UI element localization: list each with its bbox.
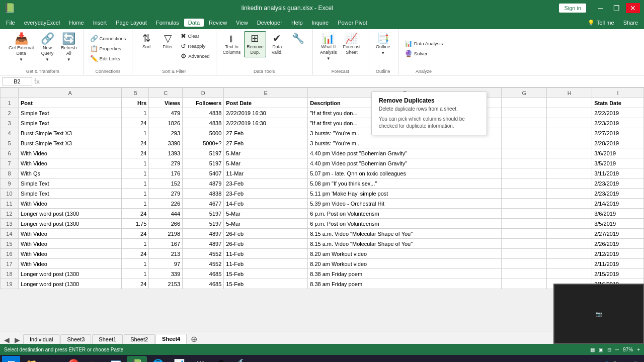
col-d[interactable]: D <box>183 88 224 98</box>
cell[interactable]: Burst Simple Text X3 <box>18 128 121 138</box>
edit-links-button[interactable]: ✏️ Edit Links <box>88 54 128 63</box>
data-validation-button[interactable]: ✔ DataValid. <box>267 31 287 57</box>
table-row[interactable]: 10Simple Text1279483823-Feb5.11 pm 'Make… <box>1 189 644 199</box>
cell[interactable]: 8.38 am Friday poem <box>308 279 502 289</box>
table-row[interactable]: 6With Video24139351975-Mar4.40 pm Video … <box>1 148 644 158</box>
col-g[interactable]: G <box>502 88 547 98</box>
cell[interactable]: 1.75 <box>122 219 149 229</box>
cell[interactable] <box>547 168 592 178</box>
cell[interactable]: 4677 <box>183 199 224 209</box>
cell[interactable]: 27-Feb <box>224 128 308 138</box>
cell[interactable]: Simple Text <box>18 189 121 199</box>
cell[interactable]: Views <box>149 98 183 108</box>
table-row[interactable]: 11With Video1226467714-Feb5.39 pm Video … <box>1 199 644 209</box>
table-row[interactable]: 16With Video24213455211-Feb8.20 am Worko… <box>1 249 644 259</box>
cell[interactable]: 1 <box>122 269 149 279</box>
cell[interactable]: With Video <box>18 259 121 269</box>
cell[interactable]: 2/26/2019 <box>592 239 644 249</box>
cell[interactable]: Simple Text <box>18 178 121 189</box>
table-row[interactable]: 9Simple Text1152487923-Feb5.08 pm "If yo… <box>1 178 644 189</box>
cell[interactable] <box>502 178 547 189</box>
tab-individual[interactable]: Individual <box>23 334 59 344</box>
cell[interactable]: 279 <box>149 189 183 199</box>
cell[interactable] <box>502 209 547 219</box>
cell[interactable] <box>502 229 547 239</box>
cell[interactable]: 339 <box>149 269 183 279</box>
cell[interactable]: 8.20 am Workout video <box>308 259 502 269</box>
cell[interactable]: 5-Mar <box>224 158 308 168</box>
minimize-button[interactable]: ─ <box>594 3 607 13</box>
cell[interactable] <box>502 249 547 259</box>
connections-button[interactable]: 🔗 Connections <box>88 34 128 43</box>
table-row[interactable]: 8With Qs1176540711-Mar5.07 pm - late. Qn… <box>1 168 644 178</box>
cell[interactable]: 3/6/2019 <box>592 209 644 219</box>
cell[interactable]: 1 <box>122 239 149 249</box>
cell[interactable] <box>502 239 547 249</box>
cell[interactable]: 27-Feb <box>224 138 308 148</box>
cell[interactable]: 2/22/2019 16:30 <box>224 108 308 118</box>
cell[interactable]: 5197 <box>183 148 224 158</box>
menu-insert[interactable]: Insert <box>89 19 111 27</box>
cell[interactable]: Stats Date <box>592 98 644 108</box>
cell[interactable]: 266 <box>149 219 183 229</box>
cell[interactable]: 2/23/2019 <box>592 118 644 128</box>
outline-button[interactable]: 📑 Outline ▼ <box>373 31 393 57</box>
cell[interactable]: 3/5/2019 <box>592 158 644 168</box>
cell[interactable]: 5197 <box>183 158 224 168</box>
tab-sheet2[interactable]: Sheet2 <box>124 334 154 344</box>
cell[interactable]: 24 <box>122 118 149 128</box>
cell[interactable]: 5-Mar <box>224 209 308 219</box>
cell[interactable]: 1 <box>122 168 149 178</box>
maximize-button[interactable]: ❐ <box>609 3 624 13</box>
cell[interactable] <box>547 118 592 128</box>
cell[interactable]: 4897 <box>183 229 224 239</box>
cell[interactable]: 2/22/2019 16:30 <box>224 118 308 128</box>
cell[interactable]: 23-Feb <box>224 189 308 199</box>
cell[interactable]: 3390 <box>149 138 183 148</box>
cell[interactable]: 2/27/2019 <box>592 128 644 138</box>
taskbar-outlook[interactable]: 📧 <box>106 356 126 362</box>
get-external-data-button[interactable]: 📥 Get ExternalData ▼ <box>6 31 36 64</box>
cell[interactable]: 5407 <box>183 168 224 178</box>
menu-review[interactable]: Review <box>205 19 231 27</box>
cell[interactable]: 5000+? <box>183 138 224 148</box>
cell[interactable]: 1 <box>122 259 149 269</box>
cell[interactable] <box>547 199 592 209</box>
cell[interactable]: 4552 <box>183 249 224 259</box>
taskbar-tools[interactable]: 🔨 <box>232 356 253 362</box>
cell[interactable]: 3/5/2019 <box>592 219 644 229</box>
menu-inquire[interactable]: Inquire <box>308 19 333 27</box>
properties-button[interactable]: 📋 Properties <box>88 44 128 53</box>
cell[interactable]: 4685 <box>183 269 224 279</box>
cell[interactable]: 8.15 a.m. Video "Molecular Shape of You" <box>308 239 502 249</box>
taskbar-powerpoint[interactable]: 📊 <box>169 356 189 362</box>
col-b[interactable]: B <box>122 88 149 98</box>
cell[interactable]: 5.11 pm 'Make Hay' simple post <box>308 189 502 199</box>
cell[interactable]: 5.07 pm - late. Qnn on toxic colleagues <box>308 168 502 178</box>
remove-duplicates-button[interactable]: ⊞ RemoveDup. <box>244 31 266 57</box>
cell[interactable] <box>547 249 592 259</box>
table-row[interactable]: 2Simple Text147948382/22/2019 16:30"If a… <box>1 108 644 118</box>
cell[interactable]: 1826 <box>149 118 183 128</box>
cell[interactable] <box>547 138 592 148</box>
cell[interactable]: With Video <box>18 148 121 158</box>
col-c[interactable]: C <box>149 88 183 98</box>
refresh-all-button[interactable]: 🔄 RefreshAll ▼ <box>58 31 79 64</box>
menu-page-layout[interactable]: Page Layout <box>112 19 151 27</box>
cell[interactable]: With Qs <box>18 168 121 178</box>
menu-power-pivot[interactable]: Power Pivot <box>334 19 371 27</box>
cell[interactable]: 24 <box>122 138 149 148</box>
cell[interactable] <box>502 138 547 148</box>
new-query-button[interactable]: 🔗 NewQuery ▼ <box>37 31 57 64</box>
table-row[interactable]: 3Simple Text24182648382/22/2019 16:30"If… <box>1 118 644 128</box>
text-to-columns-button[interactable]: ⫿ Text toColumns <box>220 31 244 57</box>
cell[interactable]: 5-Mar <box>224 219 308 229</box>
cell[interactable]: 1393 <box>149 148 183 158</box>
cell[interactable]: 24 <box>122 209 149 219</box>
cell[interactable] <box>502 259 547 269</box>
name-box[interactable] <box>2 77 32 85</box>
cell[interactable] <box>547 178 592 189</box>
tab-prev-button[interactable]: ◀ <box>2 336 12 344</box>
cell[interactable]: 26-Feb <box>224 239 308 249</box>
tab-sheet4[interactable]: Sheet4 <box>155 334 187 344</box>
